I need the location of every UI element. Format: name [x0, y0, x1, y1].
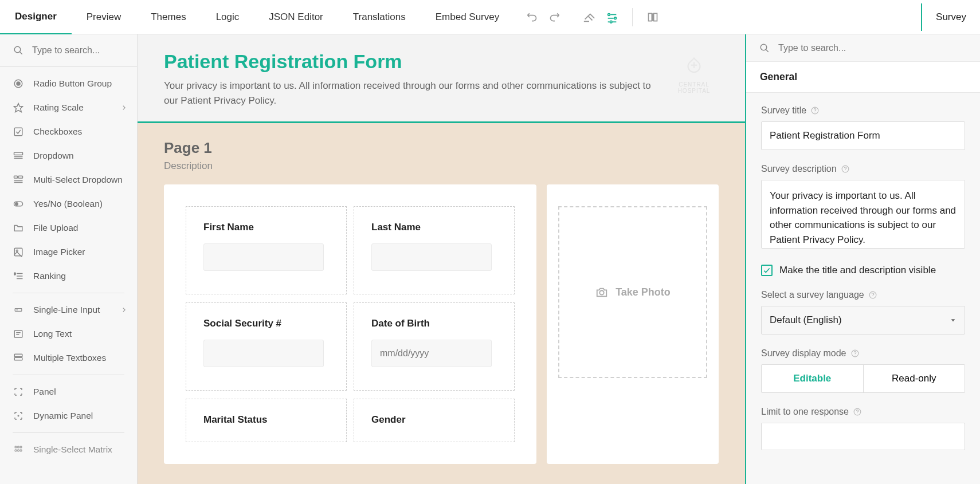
svg-point-2 — [614, 17, 617, 19]
svg-line-47 — [766, 49, 769, 52]
toolbox-item-single-matrix[interactable]: Single-Select Matrix — [0, 438, 137, 462]
tab-preview[interactable]: Preview — [72, 0, 136, 34]
help-icon[interactable] — [869, 291, 877, 299]
display-mode-toggle: Editable Read-only — [761, 364, 965, 393]
toolbox-item-boolean[interactable]: Yes/No (Boolean) — [0, 192, 137, 216]
toolbox-item-checkboxes[interactable]: Checkboxes — [0, 120, 137, 144]
chevron-right-icon — [121, 306, 127, 313]
properties-search-input[interactable] — [778, 43, 967, 53]
toolbox-label: Single-Line Input — [33, 305, 100, 315]
toolbox-divider — [13, 293, 124, 293]
help-icon[interactable] — [853, 408, 861, 416]
toolbox-item-panel[interactable]: Panel — [0, 380, 137, 404]
photo-placeholder[interactable]: Take Photo — [558, 206, 707, 378]
svg-point-46 — [761, 44, 767, 50]
svg-point-23 — [16, 250, 18, 251]
field-dob[interactable]: Date of Birth — [354, 302, 515, 391]
tab-translations[interactable]: Translations — [338, 0, 421, 34]
tab-embed-survey[interactable]: Embed Survey — [421, 0, 515, 34]
help-icon[interactable] — [811, 107, 819, 115]
page-description[interactable]: Description — [164, 160, 719, 172]
toolbox-item-image-picker[interactable]: Image Picker — [0, 240, 137, 264]
last-name-input[interactable] — [371, 243, 492, 271]
form-header[interactable]: Patient Registration Form Your privacy i… — [138, 34, 745, 123]
properties-section-general[interactable]: General — [746, 62, 980, 93]
properties-panel: General Survey title Survey description … — [745, 34, 980, 484]
toolbox-item-file-upload[interactable]: File Upload — [0, 216, 137, 240]
field-last-name[interactable]: Last Name — [354, 206, 515, 294]
limit-input[interactable] — [761, 423, 965, 450]
svg-point-42 — [20, 450, 22, 451]
toolbox-item-rating[interactable]: Rating Scale — [0, 96, 137, 120]
toolbox-label: Yes/No (Boolean) — [33, 199, 103, 209]
tab-logic[interactable]: Logic — [201, 0, 254, 34]
first-name-input[interactable] — [203, 243, 324, 271]
toolbox: Radio Button Group Rating Scale Checkbox… — [0, 34, 138, 484]
toolbox-item-single-line[interactable]: Single-Line Input — [0, 298, 137, 322]
page-title[interactable]: Page 1 — [164, 139, 719, 157]
form-logo[interactable]: CENTRALHOSPITAL — [669, 50, 719, 100]
toolbox-label: Rating Scale — [33, 103, 84, 113]
toolbox-item-long-text[interactable]: Long Text — [0, 322, 137, 346]
toolbox-label: File Upload — [33, 223, 78, 233]
svg-marker-54 — [951, 319, 955, 321]
design-canvas: Patient Registration Form Your privacy i… — [138, 34, 745, 484]
toolbox-search — [0, 34, 137, 66]
tab-designer[interactable]: Designer — [0, 0, 72, 34]
clear-button[interactable] — [583, 11, 595, 23]
toolbox-item-multi-dropdown[interactable]: Multi-Select Dropdown — [0, 168, 137, 192]
checkbox-icon — [13, 126, 24, 137]
dob-input[interactable] — [371, 340, 492, 367]
tab-themes[interactable]: Themes — [136, 0, 201, 34]
search-icon — [759, 42, 770, 54]
chevron-down-icon — [950, 317, 957, 323]
toolbox-item-dynamic-panel[interactable]: Dynamic Panel — [0, 404, 137, 428]
language-select[interactable]: Default (English) — [761, 306, 965, 335]
redo-button[interactable] — [548, 11, 561, 23]
camera-icon — [595, 286, 609, 298]
field-ssn[interactable]: Social Security # — [186, 302, 347, 391]
dropdown-icon — [13, 150, 24, 162]
field-gender[interactable]: Gender — [354, 399, 515, 442]
visible-checkbox[interactable] — [761, 265, 773, 276]
readonly-button[interactable]: Read-only — [863, 365, 965, 392]
properties-search — [746, 34, 980, 62]
textarea-icon — [13, 328, 24, 340]
toolbox-search-input[interactable] — [32, 45, 138, 56]
editable-button[interactable]: Editable — [762, 365, 863, 392]
library-button[interactable] — [646, 11, 659, 23]
search-icon — [13, 45, 24, 56]
top-icon-group — [514, 8, 671, 26]
tab-json-editor[interactable]: JSON Editor — [254, 0, 338, 34]
panel-icon — [13, 386, 24, 398]
form-title[interactable]: Patient Registration Form — [164, 50, 719, 73]
undo-button[interactable] — [526, 11, 538, 23]
survey-title-input[interactable] — [761, 121, 965, 150]
visible-checkbox-row[interactable]: Make the title and description visible — [761, 265, 965, 276]
toolbox-item-radio[interactable]: Radio Button Group — [0, 72, 137, 96]
field-label: Marital Status — [203, 414, 329, 426]
svg-point-41 — [18, 450, 19, 451]
help-icon[interactable] — [851, 349, 859, 357]
toolbox-label: Single-Select Matrix — [33, 444, 112, 455]
ssn-input[interactable] — [203, 340, 324, 367]
toolbox-item-dropdown[interactable]: Dropdown — [0, 144, 137, 168]
form-description[interactable]: Your privacy is important to us. All inf… — [164, 78, 663, 108]
toolbox-divider — [13, 375, 124, 375]
page-area: Page 1 Description First Name Last Name — [138, 123, 745, 484]
settings-button[interactable] — [606, 11, 618, 23]
svg-rect-17 — [18, 176, 23, 178]
panel-card[interactable]: First Name Last Name Social Security # D… — [164, 184, 536, 464]
toolbox-item-multiple-textboxes[interactable]: Multiple Textboxes — [0, 346, 137, 370]
toolbox-label: Dropdown — [33, 151, 74, 161]
svg-rect-22 — [14, 248, 22, 256]
multi-dropdown-icon — [13, 174, 24, 186]
field-marital-status[interactable]: Marital Status — [186, 399, 347, 442]
survey-desc-input[interactable] — [761, 180, 965, 249]
photo-card[interactable]: Take Photo — [547, 184, 719, 464]
toolbox-label: Panel — [33, 387, 56, 397]
svg-rect-33 — [14, 354, 22, 357]
toolbox-item-ranking[interactable]: 9 Ranking — [0, 264, 137, 288]
help-icon[interactable] — [841, 165, 849, 173]
field-first-name[interactable]: First Name — [186, 206, 347, 294]
